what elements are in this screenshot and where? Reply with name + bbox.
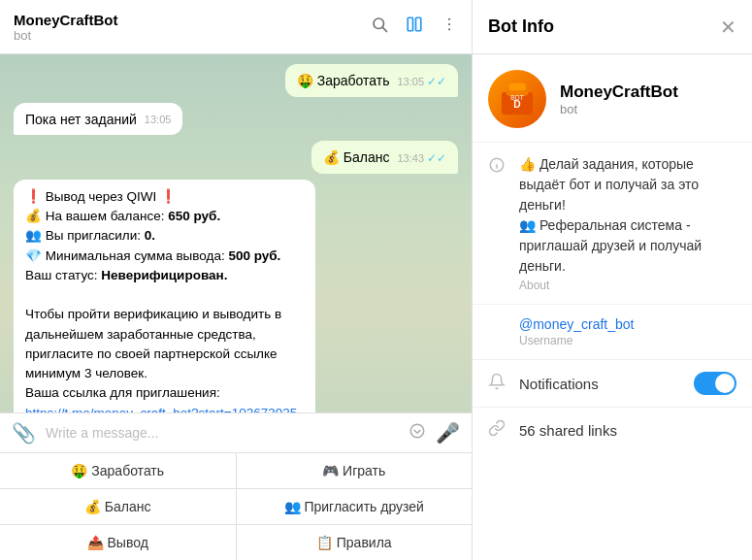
message-line: 💎 Минимальная сумма вывода: 500 руб.: [25, 247, 304, 266]
svg-text:BOT: BOT: [510, 94, 524, 101]
info-panel: Bot Info ✕ D BOT MoneyCraftBot bot 👍 Дел…: [473, 0, 752, 560]
message-line: Ваш статус: Неверифицирован.: [25, 266, 304, 285]
bot-button-balance[interactable]: 💰 Баланс: [0, 489, 236, 524]
message-text: Пока нет заданий: [25, 112, 137, 127]
attach-icon[interactable]: 📎: [12, 421, 36, 445]
bot-button-earn[interactable]: 🤑 Заработать: [0, 453, 236, 488]
svg-rect-2: [408, 17, 412, 31]
avatar: D BOT: [488, 70, 546, 128]
notifications-label: Notifications: [519, 376, 680, 392]
message-text: 💰 Баланс: [323, 149, 390, 165]
info-panel-title: Bot Info: [488, 16, 720, 37]
svg-point-15: [497, 162, 498, 163]
message-line: 👥 Вы пригласили: 0.: [25, 226, 304, 246]
bot-button-withdraw[interactable]: 📤 Вывод: [0, 525, 236, 560]
bot-info: MoneyCraftBot bot: [560, 82, 678, 116]
bot-buttons-grid: 🤑 Заработать 🎮 Играть 💰 Баланс 👥 Приглас…: [0, 452, 472, 560]
svg-rect-10: [508, 83, 526, 90]
username-text[interactable]: @money_craft_bot: [519, 316, 635, 332]
message-line: 💰 На вашем балансе: 650 руб.: [25, 207, 304, 226]
info-icon: [488, 156, 506, 179]
shared-links-section[interactable]: 56 shared links: [473, 408, 752, 453]
svg-line-1: [382, 27, 386, 31]
scroll-down-icon[interactable]: [409, 422, 426, 445]
username-section: @money_craft_bot Username: [473, 305, 752, 360]
message-row: 💰 Баланс 13:43 ✓✓: [14, 141, 458, 174]
message-time: 13:43 ✓✓: [397, 150, 446, 167]
about-label: About: [519, 279, 736, 292]
bot-button-rules[interactable]: 📋 Правила: [237, 525, 473, 560]
about-content: 👍 Делай задания, которые выдаёт бот и по…: [519, 154, 736, 292]
svg-rect-3: [416, 17, 421, 31]
message-text: 🤑 Заработать: [297, 73, 390, 88]
bot-button-invite[interactable]: 👥 Пригласить друзей: [237, 489, 473, 524]
username-label: Username: [519, 334, 635, 347]
message-line: ❗ Вывод через QIWI ❗: [25, 187, 304, 207]
bot-name: MoneyCraftBot: [560, 82, 678, 102]
message-time: 13:05: [145, 113, 172, 127]
link-icon: [488, 419, 506, 442]
input-area: 📎 🎤: [0, 412, 472, 452]
message-bubble: 🤑 Заработать 13:05 ✓✓: [285, 64, 458, 97]
search-icon[interactable]: [371, 16, 388, 38]
chat-header-info: MoneyCraftBot bot: [14, 12, 371, 43]
bell-icon: [488, 373, 506, 395]
notifications-section: Notifications: [473, 360, 752, 408]
message-input[interactable]: [46, 425, 399, 441]
message-bubble: Пока нет заданий 13:05: [14, 103, 182, 136]
close-button[interactable]: ✕: [720, 16, 736, 39]
chat-title: MoneyCraftBot: [14, 12, 371, 28]
message-line: Чтобы пройти верификацию и выводить в да…: [25, 305, 304, 383]
bot-role: bot: [560, 102, 678, 116]
about-section: 👍 Делай задания, которые выдаёт бот и по…: [473, 143, 752, 305]
message-row: Пока нет заданий 13:05: [14, 103, 458, 136]
mic-icon[interactable]: 🎤: [436, 421, 460, 445]
info-header: Bot Info ✕: [473, 0, 752, 54]
chat-panel: MoneyCraftBot bot 🤑 Заработать 13:05 ✓✓: [0, 0, 473, 560]
notifications-toggle[interactable]: [694, 372, 736, 395]
bot-button-play[interactable]: 🎮 Играть: [237, 453, 473, 488]
header-icons: [371, 16, 458, 38]
columns-icon[interactable]: [406, 16, 423, 38]
more-icon[interactable]: [441, 16, 458, 38]
message-bubble: 💰 Баланс 13:43 ✓✓: [311, 141, 458, 174]
bot-profile: D BOT MoneyCraftBot bot: [473, 54, 752, 143]
svg-point-4: [448, 18, 450, 20]
message-bubble-big: ❗ Вывод через QIWI ❗ 💰 На вашем балансе:…: [14, 180, 315, 412]
message-line: Ваша ссылка для приглашения:: [25, 383, 304, 403]
username-content: @money_craft_bot Username: [519, 316, 635, 347]
about-text: 👍 Делай задания, которые выдаёт бот и по…: [519, 154, 736, 277]
message-time: 13:05 ✓✓: [397, 74, 446, 90]
message-row: 🤑 Заработать 13:05 ✓✓: [14, 64, 458, 97]
message-link[interactable]: https://t.me/money_craft_bot?start=10267…: [25, 404, 304, 412]
svg-point-7: [410, 424, 424, 438]
shared-links-text: 56 shared links: [519, 422, 617, 439]
message-row: ❗ Вывод через QIWI ❗ 💰 На вашем балансе:…: [14, 180, 458, 412]
svg-point-5: [448, 23, 450, 25]
svg-point-6: [448, 28, 450, 30]
chat-messages: 🤑 Заработать 13:05 ✓✓ Пока нет заданий 1…: [0, 54, 472, 412]
chat-header: MoneyCraftBot bot: [0, 0, 472, 54]
chat-subtitle: bot: [14, 28, 371, 43]
